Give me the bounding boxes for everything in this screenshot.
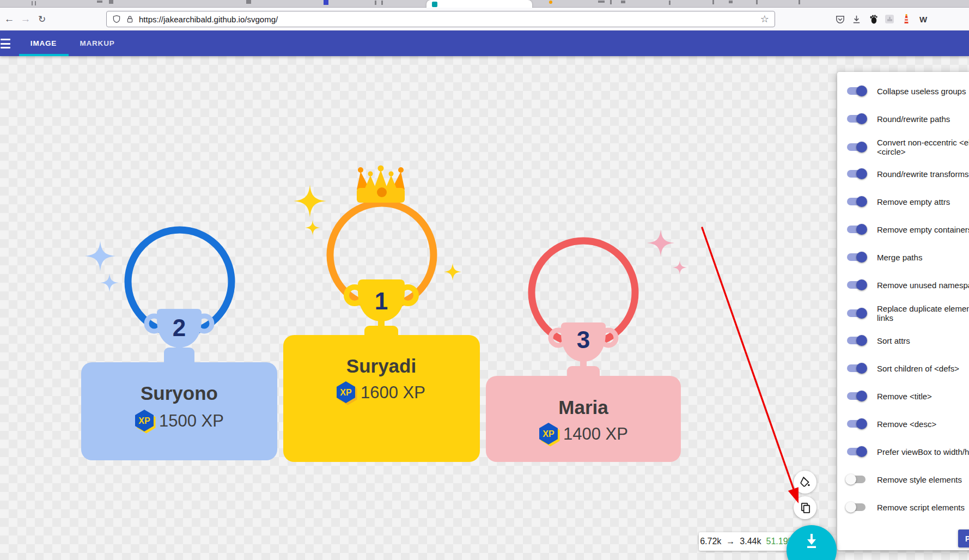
url-bar[interactable]: https://jakearchibald.github.io/svgomg/ … [106, 11, 775, 27]
svgomg-toolbar: IMAGE MARKUP [0, 31, 969, 56]
tab-fragment [97, 1, 102, 3]
download-icon [802, 531, 821, 550]
toggle[interactable] [847, 337, 866, 344]
size-results: 6.72k→3.44k 51.19% [699, 532, 797, 551]
tab-fragment [375, 1, 376, 5]
browser-navbar: ← → ↻ https://jakearchibald.github.io/sv… [0, 8, 969, 31]
active-tab-favicon [432, 2, 437, 7]
toggle[interactable] [847, 198, 866, 205]
tab-fragment [598, 1, 605, 3]
back-button[interactable]: ← [1, 8, 17, 31]
setting-merge-paths[interactable]: Merge paths [847, 245, 969, 269]
active-tab-indicator [19, 54, 69, 56]
setting-remove-empty-attrs[interactable]: Remove empty attrs [847, 190, 969, 214]
size-before: 6.72k [700, 537, 721, 546]
settings-panel: Collapse useless groups Round/rewrite pa… [837, 72, 969, 550]
toggle[interactable] [847, 309, 866, 317]
forward-button[interactable]: → [17, 8, 34, 31]
size-after: 3.44k [740, 537, 761, 546]
tab-fragment [669, 1, 671, 5]
tab-markup[interactable]: MARKUP [71, 31, 123, 56]
setting-sort-children-of-defs[interactable]: Sort children of <defs> [847, 356, 969, 380]
setting-remove-script-elements[interactable]: Remove script elements [847, 495, 969, 519]
bookmark-star-icon[interactable]: ☆ [760, 13, 769, 25]
toggle[interactable] [847, 87, 866, 95]
reload-button[interactable]: ↻ [34, 8, 50, 31]
copy-markup-button[interactable] [794, 496, 816, 519]
tab-fragment [381, 1, 383, 5]
toggle[interactable] [847, 253, 866, 261]
svgomg-window: ← → ↻ https://jakearchibald.github.io/sv… [0, 0, 969, 560]
setting-replace-duplicate-elements[interactable]: Replace duplicate elements withlinks [847, 301, 969, 325]
lock-icon[interactable] [126, 15, 134, 23]
tab-fragment [109, 0, 113, 4]
tab-fragment [756, 0, 758, 4]
toggle[interactable] [847, 226, 866, 233]
setting-remove-unused-namespaces[interactable]: Remove unused namespaces [847, 273, 969, 297]
toggle[interactable] [847, 420, 866, 428]
toggle[interactable] [847, 115, 866, 123]
svg-preview-canvas[interactable] [0, 56, 969, 560]
toggle[interactable] [847, 448, 866, 455]
tab-favicon [549, 1, 552, 4]
setting-collapse-useless-groups[interactable]: Collapse useless groups [847, 79, 969, 103]
toggle[interactable] [847, 170, 866, 178]
toggle[interactable] [847, 476, 866, 483]
lighthouse-icon[interactable] [900, 13, 912, 25]
tab-fragment [729, 1, 733, 3]
tab-favicon [324, 0, 328, 5]
overflow-extension-icon[interactable]: W [917, 13, 929, 25]
pocket-icon[interactable] [834, 13, 846, 25]
extensions-icon[interactable] [883, 13, 895, 25]
toggle[interactable] [847, 364, 866, 372]
toggle[interactable] [847, 503, 866, 511]
gnome-foot-icon[interactable] [867, 13, 879, 25]
setting-sort-attrs[interactable]: Sort attrs [847, 328, 969, 352]
active-browser-tab[interactable] [426, 0, 532, 8]
setting-remove-desc[interactable]: Remove <desc> [847, 412, 969, 436]
setting-round-rewrite-paths[interactable]: Round/rewrite paths [847, 107, 969, 131]
background-color-button[interactable] [794, 471, 816, 494]
tab-image[interactable]: IMAGE [18, 31, 69, 56]
setting-remove-title[interactable]: Remove <title> [847, 384, 969, 408]
url-text[interactable]: https://jakearchibald.github.io/svgomg/ [139, 15, 755, 24]
panel-footer-button[interactable]: P [958, 529, 969, 547]
setting-remove-style-elements[interactable]: Remove style elements [847, 467, 969, 491]
toggle[interactable] [847, 281, 866, 289]
tab-fragment [246, 0, 251, 4]
setting-convert-ellipse-to-circle[interactable]: Convert non-eccentric <ellipse> to<circl… [847, 135, 969, 159]
copy-icon [800, 502, 811, 514]
tab-fragment [610, 0, 612, 4]
paint-bucket-icon [799, 476, 811, 488]
setting-remove-empty-containers[interactable]: Remove empty containers [847, 217, 969, 241]
setting-round-rewrite-transforms[interactable]: Round/rewrite transforms [847, 162, 969, 186]
setting-prefer-viewbox[interactable]: Prefer viewBox to width/height [847, 440, 969, 464]
tab-fragment [712, 0, 714, 4]
arrow-glyph: → [726, 537, 735, 546]
toggle[interactable] [847, 143, 866, 151]
tab-fragment [35, 1, 36, 5]
tab-fragment [32, 1, 33, 5]
menu-hamburger-icon[interactable] [1, 39, 10, 51]
toggle[interactable] [847, 392, 866, 400]
shield-icon[interactable] [112, 15, 121, 23]
tab-fragment [799, 0, 800, 4]
downloads-icon[interactable] [850, 13, 862, 25]
tab-fragment [621, 1, 625, 3]
browser-tab-strip[interactable] [0, 0, 969, 8]
